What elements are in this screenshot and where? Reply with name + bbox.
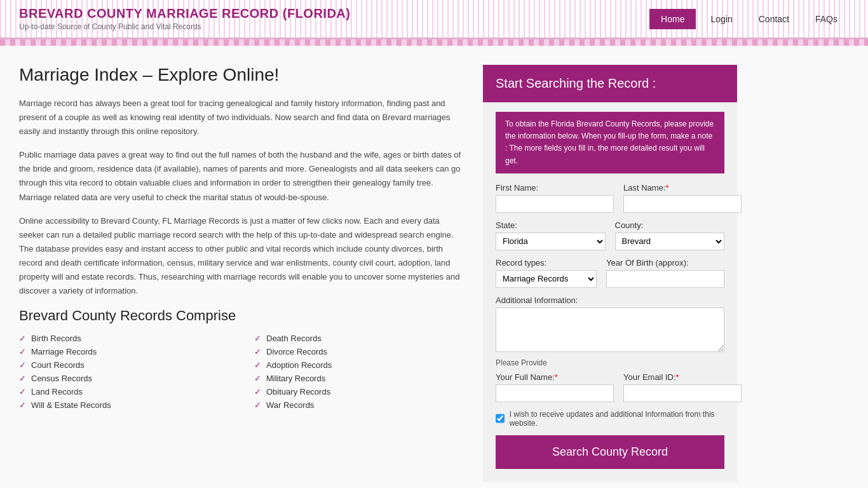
check-icon: ✓ xyxy=(254,374,261,383)
state-county-row: State: Florida County: Brevard xyxy=(496,220,724,250)
state-select[interactable]: Florida xyxy=(496,233,606,250)
nav-home[interactable]: Home xyxy=(649,9,696,29)
nav-faqs[interactable]: FAQs xyxy=(804,9,849,29)
record-types-select[interactable]: Marriage Records xyxy=(496,270,597,288)
main-content: Marriage Index – Explore Online! Marriag… xyxy=(0,46,868,488)
check-icon: ✓ xyxy=(254,347,261,356)
check-icon: ✓ xyxy=(19,347,26,356)
records-list: ✓ Birth Records ✓ Death Records ✓ Marria… xyxy=(19,334,464,410)
check-icon: ✓ xyxy=(19,334,26,343)
decorative-stripe xyxy=(0,39,868,46)
name-row: First Name: Last Name:* xyxy=(496,183,724,213)
year-of-birth-label: Year Of Birth (approx): xyxy=(606,258,724,268)
record-label: War Records xyxy=(266,400,314,410)
record-label: Land Records xyxy=(31,387,83,396)
record-types-label: Record types: xyxy=(496,258,597,268)
record-year-row: Record types: Marriage Records Year Of B… xyxy=(496,258,724,288)
list-item: ✓ Court Records xyxy=(19,360,229,370)
state-group: State: Florida xyxy=(496,220,606,250)
last-name-label: Last Name:* xyxy=(623,183,742,193)
first-name-input[interactable] xyxy=(496,195,614,213)
first-name-group: First Name: xyxy=(496,183,614,213)
list-item: ✓ Adoption Records xyxy=(254,360,464,370)
records-heading: Brevard County Records Comprise xyxy=(19,308,464,324)
site-title: BREVARD COUNTY MARRIAGE RECORD (FLORIDA) xyxy=(19,6,350,21)
check-icon: ✓ xyxy=(19,374,26,383)
checkbox-row: I wish to receive updates and additional… xyxy=(496,410,724,428)
list-item: ✓ Divorce Records xyxy=(254,347,464,356)
check-icon: ✓ xyxy=(254,400,261,410)
updates-checkbox[interactable] xyxy=(496,414,505,423)
check-icon: ✓ xyxy=(254,387,261,396)
search-panel: Start Searching the Record : To obtain t… xyxy=(483,65,737,482)
year-of-birth-group: Year Of Birth (approx): xyxy=(606,258,724,288)
record-label: Birth Records xyxy=(31,334,81,343)
list-item: ✓ Census Records xyxy=(19,374,229,383)
record-label: Census Records xyxy=(31,374,92,383)
paragraph-3: Online accessibility to Brevard County, … xyxy=(19,214,464,299)
record-label: Divorce Records xyxy=(266,347,327,356)
required-marker: * xyxy=(665,183,668,193)
last-name-input[interactable] xyxy=(623,195,742,213)
list-item: ✓ Will & Estate Records xyxy=(19,400,229,410)
county-select[interactable]: Brevard xyxy=(615,233,725,250)
search-county-record-button[interactable]: Search County Record xyxy=(496,435,724,469)
panel-body: To obtain the Florida Brevard County Rec… xyxy=(483,102,737,482)
email-label: Your Email ID:* xyxy=(623,372,742,382)
paragraph-1: Marriage record has always been a great … xyxy=(19,97,464,139)
county-label: County: xyxy=(615,220,725,230)
year-of-birth-input[interactable] xyxy=(606,270,724,288)
checkbox-label: I wish to receive updates and additional… xyxy=(510,410,724,428)
county-group: County: Brevard xyxy=(615,220,725,250)
full-name-label: Your Full Name:* xyxy=(496,372,614,382)
record-label: Will & Estate Records xyxy=(31,400,111,410)
additional-info-textarea[interactable] xyxy=(496,308,724,352)
list-item: ✓ Marriage Records xyxy=(19,347,229,356)
nav-contact[interactable]: Contact xyxy=(747,9,801,29)
personal-info-row: Your Full Name:* Your Email ID:* xyxy=(496,372,724,402)
list-item: ✓ Obituary Records xyxy=(254,387,464,396)
additional-info-label: Additional Information: xyxy=(496,295,724,305)
email-input[interactable] xyxy=(623,384,742,402)
header-branding: BREVARD COUNTY MARRIAGE RECORD (FLORIDA)… xyxy=(19,6,350,31)
site-subtitle: Up-to-date Source of County Public and V… xyxy=(19,22,350,31)
last-name-group: Last Name:* xyxy=(623,183,742,213)
email-group: Your Email ID:* xyxy=(623,372,742,402)
check-icon: ✓ xyxy=(19,400,26,410)
record-label: Marriage Records xyxy=(31,347,97,356)
panel-intro: To obtain the Florida Brevard County Rec… xyxy=(496,112,724,173)
list-item: ✓ Birth Records xyxy=(19,334,229,343)
left-section: Marriage Index – Explore Online! Marriag… xyxy=(19,65,464,482)
main-nav: Home Login Contact FAQs xyxy=(649,9,849,29)
first-name-label: First Name: xyxy=(496,183,614,193)
please-provide-text: Please Provide xyxy=(496,358,724,367)
state-label: State: xyxy=(496,220,606,230)
main-heading: Marriage Index – Explore Online! xyxy=(19,65,464,85)
nav-login[interactable]: Login xyxy=(699,9,743,29)
required-marker-2: * xyxy=(555,372,558,382)
check-icon: ✓ xyxy=(254,334,261,343)
paragraph-2: Public marriage data paves a great way t… xyxy=(19,148,464,204)
additional-info-group: Additional Information: xyxy=(496,295,724,352)
required-marker-3: * xyxy=(676,372,679,382)
record-label: Court Records xyxy=(31,360,85,370)
check-icon: ✓ xyxy=(19,387,26,396)
panel-title: Start Searching the Record : xyxy=(496,76,656,90)
record-label: Adoption Records xyxy=(266,360,332,370)
check-icon: ✓ xyxy=(19,360,26,370)
panel-header: Start Searching the Record : xyxy=(483,65,737,102)
full-name-group: Your Full Name:* xyxy=(496,372,614,402)
site-header: BREVARD COUNTY MARRIAGE RECORD (FLORIDA)… xyxy=(0,0,868,39)
list-item: ✓ Death Records xyxy=(254,334,464,343)
list-item: ✓ War Records xyxy=(254,400,464,410)
full-name-input[interactable] xyxy=(496,384,614,402)
list-item: ✓ Land Records xyxy=(19,387,229,396)
record-label: Obituary Records xyxy=(266,387,330,396)
record-label: Death Records xyxy=(266,334,322,343)
check-icon: ✓ xyxy=(254,360,261,370)
record-types-group: Record types: Marriage Records xyxy=(496,258,597,288)
record-label: Military Records xyxy=(266,374,325,383)
list-item: ✓ Military Records xyxy=(254,374,464,383)
